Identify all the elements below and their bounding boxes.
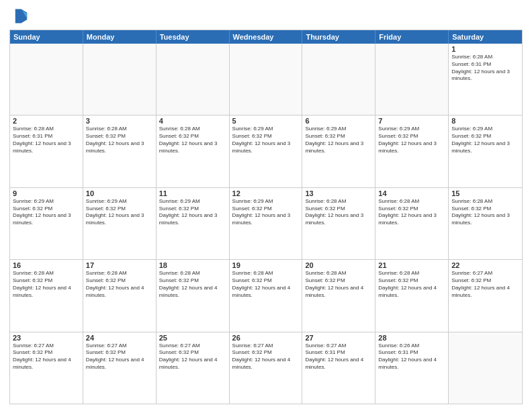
- day-number: 8: [451, 117, 519, 125]
- cell-info: Sunrise: 6:27 AM Sunset: 6:32 PM Dayligh…: [232, 342, 300, 371]
- day-number: 22: [451, 261, 519, 269]
- cal-cell: 26Sunrise: 6:27 AM Sunset: 6:32 PM Dayli…: [230, 332, 303, 404]
- cal-cell: 23Sunrise: 6:27 AM Sunset: 6:32 PM Dayli…: [10, 332, 83, 404]
- cell-info: Sunrise: 6:28 AM Sunset: 6:32 PM Dayligh…: [232, 270, 300, 299]
- calendar-row-2: 2Sunrise: 6:28 AM Sunset: 6:31 PM Daylig…: [10, 115, 522, 187]
- cell-info: Sunrise: 6:28 AM Sunset: 6:32 PM Dayligh…: [13, 270, 80, 299]
- cell-info: Sunrise: 6:28 AM Sunset: 6:32 PM Dayligh…: [159, 126, 226, 154]
- cal-cell: 3Sunrise: 6:28 AM Sunset: 6:32 PM Daylig…: [83, 116, 157, 187]
- cell-info: Sunrise: 6:28 AM Sunset: 6:32 PM Dayligh…: [305, 198, 372, 227]
- cal-cell: 7Sunrise: 6:29 AM Sunset: 6:32 PM Daylig…: [375, 116, 449, 187]
- header-day-wednesday: Wednesday: [230, 30, 303, 44]
- day-number: 13: [305, 189, 372, 197]
- cell-info: Sunrise: 6:27 AM Sunset: 6:32 PM Dayligh…: [13, 342, 80, 371]
- cal-cell: 12Sunrise: 6:29 AM Sunset: 6:32 PM Dayli…: [230, 188, 303, 259]
- cell-info: Sunrise: 6:28 AM Sunset: 6:32 PM Dayligh…: [305, 270, 372, 299]
- cal-cell: [157, 44, 230, 115]
- cell-info: Sunrise: 6:29 AM Sunset: 6:32 PM Dayligh…: [232, 126, 300, 154]
- day-number: 14: [378, 189, 445, 197]
- cell-info: Sunrise: 6:29 AM Sunset: 6:32 PM Dayligh…: [86, 198, 153, 227]
- day-number: 23: [13, 334, 80, 342]
- cell-info: Sunrise: 6:27 AM Sunset: 6:31 PM Dayligh…: [305, 342, 372, 371]
- cal-cell: 13Sunrise: 6:28 AM Sunset: 6:32 PM Dayli…: [302, 188, 375, 259]
- day-number: 11: [159, 189, 226, 197]
- cell-info: Sunrise: 6:28 AM Sunset: 6:31 PM Dayligh…: [451, 54, 519, 83]
- calendar-row-1: 1Sunrise: 6:28 AM Sunset: 6:31 PM Daylig…: [10, 44, 522, 115]
- day-number: 27: [305, 334, 372, 342]
- cal-cell: 8Sunrise: 6:29 AM Sunset: 6:32 PM Daylig…: [449, 116, 522, 187]
- cal-cell: 1Sunrise: 6:28 AM Sunset: 6:31 PM Daylig…: [449, 44, 522, 115]
- cell-info: Sunrise: 6:28 AM Sunset: 6:32 PM Dayligh…: [86, 126, 153, 154]
- cal-cell: 21Sunrise: 6:28 AM Sunset: 6:32 PM Dayli…: [375, 260, 449, 331]
- cal-cell: [230, 44, 303, 115]
- day-number: 6: [305, 117, 372, 125]
- cal-cell: 20Sunrise: 6:28 AM Sunset: 6:32 PM Dayli…: [302, 260, 375, 331]
- cell-info: Sunrise: 6:28 AM Sunset: 6:32 PM Dayligh…: [86, 270, 153, 299]
- cal-cell: 24Sunrise: 6:27 AM Sunset: 6:32 PM Dayli…: [83, 332, 157, 404]
- header-day-tuesday: Tuesday: [157, 30, 230, 44]
- calendar-body: 1Sunrise: 6:28 AM Sunset: 6:31 PM Daylig…: [10, 44, 522, 404]
- cell-info: Sunrise: 6:29 AM Sunset: 6:32 PM Dayligh…: [305, 126, 372, 154]
- cell-info: Sunrise: 6:28 AM Sunset: 6:32 PM Dayligh…: [378, 270, 445, 299]
- logo: [9, 7, 30, 26]
- svg-marker-0: [15, 9, 28, 24]
- cell-info: Sunrise: 6:28 AM Sunset: 6:31 PM Dayligh…: [13, 126, 80, 154]
- day-number: 4: [159, 117, 226, 125]
- cell-info: Sunrise: 6:29 AM Sunset: 6:32 PM Dayligh…: [451, 126, 519, 154]
- day-number: 28: [378, 334, 445, 342]
- cal-cell: 5Sunrise: 6:29 AM Sunset: 6:32 PM Daylig…: [230, 116, 303, 187]
- cal-cell: 19Sunrise: 6:28 AM Sunset: 6:32 PM Dayli…: [230, 260, 303, 331]
- calendar-row-3: 9Sunrise: 6:29 AM Sunset: 6:32 PM Daylig…: [10, 187, 522, 259]
- header-day-sunday: Sunday: [10, 30, 83, 44]
- day-number: 21: [378, 261, 445, 269]
- day-number: 5: [232, 117, 300, 125]
- cal-cell: [10, 44, 83, 115]
- cal-cell: [449, 332, 522, 404]
- cal-cell: 11Sunrise: 6:29 AM Sunset: 6:32 PM Dayli…: [157, 188, 230, 259]
- cal-cell: 10Sunrise: 6:29 AM Sunset: 6:32 PM Dayli…: [83, 188, 157, 259]
- cell-info: Sunrise: 6:28 AM Sunset: 6:32 PM Dayligh…: [451, 198, 519, 227]
- cal-cell: [375, 44, 449, 115]
- cal-cell: 28Sunrise: 6:26 AM Sunset: 6:31 PM Dayli…: [375, 332, 449, 404]
- calendar-header-row: SundayMondayTuesdayWednesdayThursdayFrid…: [10, 30, 522, 44]
- header-day-monday: Monday: [83, 30, 157, 44]
- day-number: 1: [451, 45, 519, 53]
- header-day-saturday: Saturday: [449, 30, 522, 44]
- day-number: 15: [451, 189, 519, 197]
- day-number: 3: [86, 117, 153, 125]
- cal-cell: 17Sunrise: 6:28 AM Sunset: 6:32 PM Dayli…: [83, 260, 157, 331]
- cal-cell: [83, 44, 157, 115]
- cal-cell: 4Sunrise: 6:28 AM Sunset: 6:32 PM Daylig…: [157, 116, 230, 187]
- cal-cell: 2Sunrise: 6:28 AM Sunset: 6:31 PM Daylig…: [10, 116, 83, 187]
- cell-info: Sunrise: 6:28 AM Sunset: 6:32 PM Dayligh…: [159, 270, 226, 299]
- day-number: 17: [86, 261, 153, 269]
- cal-cell: 16Sunrise: 6:28 AM Sunset: 6:32 PM Dayli…: [10, 260, 83, 331]
- day-number: 24: [86, 334, 153, 342]
- cell-info: Sunrise: 6:27 AM Sunset: 6:32 PM Dayligh…: [86, 342, 153, 371]
- day-number: 25: [159, 334, 226, 342]
- day-number: 16: [13, 261, 80, 269]
- cell-info: Sunrise: 6:27 AM Sunset: 6:32 PM Dayligh…: [451, 270, 519, 299]
- header-day-thursday: Thursday: [302, 30, 375, 44]
- cell-info: Sunrise: 6:29 AM Sunset: 6:32 PM Dayligh…: [13, 198, 80, 227]
- day-number: 7: [378, 117, 445, 125]
- cal-cell: 15Sunrise: 6:28 AM Sunset: 6:32 PM Dayli…: [449, 188, 522, 259]
- header-day-friday: Friday: [375, 30, 449, 44]
- day-number: 2: [13, 117, 80, 125]
- cell-info: Sunrise: 6:29 AM Sunset: 6:32 PM Dayligh…: [378, 126, 445, 154]
- cell-info: Sunrise: 6:28 AM Sunset: 6:32 PM Dayligh…: [378, 198, 445, 227]
- cal-cell: 14Sunrise: 6:28 AM Sunset: 6:32 PM Dayli…: [375, 188, 449, 259]
- cal-cell: 18Sunrise: 6:28 AM Sunset: 6:32 PM Dayli…: [157, 260, 230, 331]
- cal-cell: 22Sunrise: 6:27 AM Sunset: 6:32 PM Dayli…: [449, 260, 522, 331]
- day-number: 18: [159, 261, 226, 269]
- day-number: 12: [232, 189, 300, 197]
- cell-info: Sunrise: 6:29 AM Sunset: 6:32 PM Dayligh…: [159, 198, 226, 227]
- day-number: 9: [13, 189, 80, 197]
- cal-cell: 27Sunrise: 6:27 AM Sunset: 6:31 PM Dayli…: [302, 332, 375, 404]
- logo-icon: [9, 7, 28, 26]
- cell-info: Sunrise: 6:29 AM Sunset: 6:32 PM Dayligh…: [232, 198, 300, 227]
- header: [9, 7, 523, 26]
- cell-info: Sunrise: 6:27 AM Sunset: 6:32 PM Dayligh…: [159, 342, 226, 371]
- calendar-row-4: 16Sunrise: 6:28 AM Sunset: 6:32 PM Dayli…: [10, 259, 522, 331]
- calendar: SundayMondayTuesdayWednesdayThursdayFrid…: [9, 30, 523, 404]
